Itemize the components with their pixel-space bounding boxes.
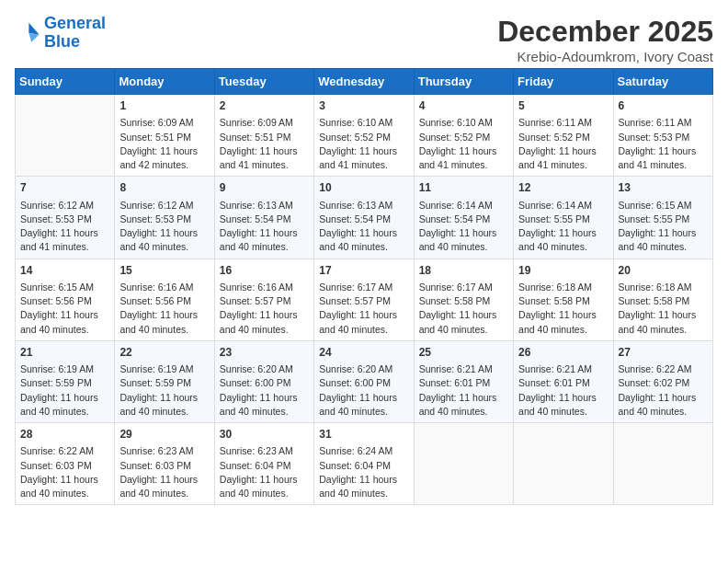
logo-text: General Blue <box>44 15 106 52</box>
day-number: 17 <box>319 263 408 279</box>
day-number: 8 <box>119 180 209 196</box>
day-info: Sunrise: 6:11 AM Sunset: 5:53 PM Dayligh… <box>619 116 708 172</box>
logo: General Blue <box>15 15 106 52</box>
day-info: Sunrise: 6:14 AM Sunset: 5:55 PM Dayligh… <box>518 199 608 255</box>
weekday-header: Friday <box>514 69 613 95</box>
svg-marker-0 <box>28 23 39 35</box>
day-number: 29 <box>119 427 209 442</box>
day-number: 19 <box>518 263 608 279</box>
calendar-cell: 18Sunrise: 6:17 AM Sunset: 5:58 PM Dayli… <box>414 259 513 340</box>
day-info: Sunrise: 6:21 AM Sunset: 6:01 PM Dayligh… <box>419 362 508 419</box>
calendar-body: 1Sunrise: 6:09 AM Sunset: 5:51 PM Daylig… <box>16 95 713 505</box>
day-info: Sunrise: 6:11 AM Sunset: 5:52 PM Dayligh… <box>518 116 608 172</box>
calendar-cell: 20Sunrise: 6:18 AM Sunset: 5:58 PM Dayli… <box>613 259 712 340</box>
calendar-cell: 22Sunrise: 6:19 AM Sunset: 5:59 PM Dayli… <box>115 340 214 422</box>
day-number: 31 <box>319 427 408 442</box>
day-number: 12 <box>518 180 608 196</box>
calendar-week-row: 21Sunrise: 6:19 AM Sunset: 5:59 PM Dayli… <box>16 340 713 422</box>
day-number: 1 <box>119 98 209 114</box>
day-number: 5 <box>518 98 608 114</box>
day-info: Sunrise: 6:15 AM Sunset: 5:55 PM Dayligh… <box>619 199 708 255</box>
calendar-cell: 16Sunrise: 6:16 AM Sunset: 5:57 PM Dayli… <box>214 259 313 340</box>
day-info: Sunrise: 6:17 AM Sunset: 5:58 PM Dayligh… <box>419 281 508 337</box>
calendar-cell: 27Sunrise: 6:22 AM Sunset: 6:02 PM Dayli… <box>613 340 712 422</box>
weekday-header: Thursday <box>414 69 513 95</box>
svg-marker-1 <box>28 33 39 42</box>
day-number: 9 <box>220 180 309 196</box>
calendar-cell: 29Sunrise: 6:23 AM Sunset: 6:03 PM Dayli… <box>115 423 214 505</box>
calendar-week-row: 14Sunrise: 6:15 AM Sunset: 5:56 PM Dayli… <box>16 259 713 340</box>
day-info: Sunrise: 6:23 AM Sunset: 6:04 PM Dayligh… <box>220 444 309 500</box>
calendar-cell: 14Sunrise: 6:15 AM Sunset: 5:56 PM Dayli… <box>16 259 115 340</box>
calendar-cell: 17Sunrise: 6:17 AM Sunset: 5:57 PM Dayli… <box>314 259 414 340</box>
title-area: December 2025 Krebio-Adoumkrom, Ivory Co… <box>497 15 713 64</box>
day-info: Sunrise: 6:13 AM Sunset: 5:54 PM Dayligh… <box>220 199 309 255</box>
day-number: 25 <box>419 345 508 361</box>
day-info: Sunrise: 6:12 AM Sunset: 5:53 PM Dayligh… <box>20 199 109 255</box>
location: Krebio-Adoumkrom, Ivory Coast <box>497 49 713 64</box>
weekday-header: Sunday <box>16 69 115 95</box>
calendar-cell: 15Sunrise: 6:16 AM Sunset: 5:56 PM Dayli… <box>115 259 214 340</box>
day-info: Sunrise: 6:14 AM Sunset: 5:54 PM Dayligh… <box>419 199 508 255</box>
calendar-cell: 25Sunrise: 6:21 AM Sunset: 6:01 PM Dayli… <box>414 340 513 422</box>
calendar-cell: 31Sunrise: 6:24 AM Sunset: 6:04 PM Dayli… <box>314 423 414 505</box>
weekday-header: Monday <box>115 69 214 95</box>
day-info: Sunrise: 6:21 AM Sunset: 6:01 PM Dayligh… <box>518 362 608 419</box>
calendar-table: SundayMondayTuesdayWednesdayThursdayFrid… <box>15 68 713 505</box>
calendar-week-row: 1Sunrise: 6:09 AM Sunset: 5:51 PM Daylig… <box>16 95 713 177</box>
calendar-cell <box>414 423 513 505</box>
day-info: Sunrise: 6:19 AM Sunset: 5:59 PM Dayligh… <box>20 362 109 419</box>
day-number: 18 <box>419 263 508 279</box>
day-info: Sunrise: 6:16 AM Sunset: 5:56 PM Dayligh… <box>119 281 209 337</box>
month-title: December 2025 <box>497 15 713 49</box>
day-number: 3 <box>319 98 408 114</box>
day-info: Sunrise: 6:22 AM Sunset: 6:02 PM Dayligh… <box>619 362 708 419</box>
day-number: 2 <box>220 98 309 114</box>
calendar-week-row: 7Sunrise: 6:12 AM Sunset: 5:53 PM Daylig… <box>16 177 713 259</box>
calendar-cell: 24Sunrise: 6:20 AM Sunset: 6:00 PM Dayli… <box>314 340 414 422</box>
calendar-cell: 11Sunrise: 6:14 AM Sunset: 5:54 PM Dayli… <box>414 177 513 259</box>
calendar-cell: 3Sunrise: 6:10 AM Sunset: 5:52 PM Daylig… <box>314 95 414 177</box>
calendar-cell: 30Sunrise: 6:23 AM Sunset: 6:04 PM Dayli… <box>214 423 313 505</box>
calendar-cell: 4Sunrise: 6:10 AM Sunset: 5:52 PM Daylig… <box>414 95 513 177</box>
day-number: 28 <box>20 427 109 442</box>
day-number: 23 <box>220 345 309 361</box>
calendar-cell: 28Sunrise: 6:22 AM Sunset: 6:03 PM Dayli… <box>16 423 115 505</box>
day-number: 22 <box>119 345 209 361</box>
day-info: Sunrise: 6:13 AM Sunset: 5:54 PM Dayligh… <box>319 199 408 255</box>
weekday-header: Saturday <box>613 69 712 95</box>
day-info: Sunrise: 6:15 AM Sunset: 5:56 PM Dayligh… <box>20 281 109 337</box>
day-info: Sunrise: 6:10 AM Sunset: 5:52 PM Dayligh… <box>419 116 508 172</box>
day-number: 15 <box>119 263 209 279</box>
day-info: Sunrise: 6:24 AM Sunset: 6:04 PM Dayligh… <box>319 444 408 500</box>
day-number: 20 <box>619 263 708 279</box>
day-number: 7 <box>20 180 109 196</box>
day-number: 27 <box>619 345 708 361</box>
calendar-cell: 10Sunrise: 6:13 AM Sunset: 5:54 PM Dayli… <box>314 177 414 259</box>
calendar-cell <box>514 423 613 505</box>
calendar-cell: 5Sunrise: 6:11 AM Sunset: 5:52 PM Daylig… <box>514 95 613 177</box>
calendar-cell <box>16 95 115 177</box>
weekday-header: Wednesday <box>314 69 414 95</box>
calendar-cell: 9Sunrise: 6:13 AM Sunset: 5:54 PM Daylig… <box>214 177 313 259</box>
calendar-week-row: 28Sunrise: 6:22 AM Sunset: 6:03 PM Dayli… <box>16 423 713 505</box>
logo-icon <box>15 20 40 46</box>
day-number: 14 <box>20 263 109 279</box>
day-info: Sunrise: 6:16 AM Sunset: 5:57 PM Dayligh… <box>220 281 309 337</box>
calendar-cell: 21Sunrise: 6:19 AM Sunset: 5:59 PM Dayli… <box>16 340 115 422</box>
day-info: Sunrise: 6:22 AM Sunset: 6:03 PM Dayligh… <box>20 444 109 500</box>
day-info: Sunrise: 6:20 AM Sunset: 6:00 PM Dayligh… <box>220 362 309 419</box>
day-info: Sunrise: 6:09 AM Sunset: 5:51 PM Dayligh… <box>119 116 209 172</box>
calendar-cell: 6Sunrise: 6:11 AM Sunset: 5:53 PM Daylig… <box>613 95 712 177</box>
day-number: 6 <box>619 98 708 114</box>
day-info: Sunrise: 6:18 AM Sunset: 5:58 PM Dayligh… <box>619 281 708 337</box>
weekday-header: Tuesday <box>214 69 313 95</box>
day-info: Sunrise: 6:09 AM Sunset: 5:51 PM Dayligh… <box>220 116 309 172</box>
day-number: 26 <box>518 345 608 361</box>
page-header: General Blue December 2025 Krebio-Adoumk… <box>15 15 713 64</box>
day-number: 21 <box>20 345 109 361</box>
day-info: Sunrise: 6:17 AM Sunset: 5:57 PM Dayligh… <box>319 281 408 337</box>
day-number: 11 <box>419 180 508 196</box>
day-number: 16 <box>220 263 309 279</box>
day-info: Sunrise: 6:23 AM Sunset: 6:03 PM Dayligh… <box>119 444 209 500</box>
